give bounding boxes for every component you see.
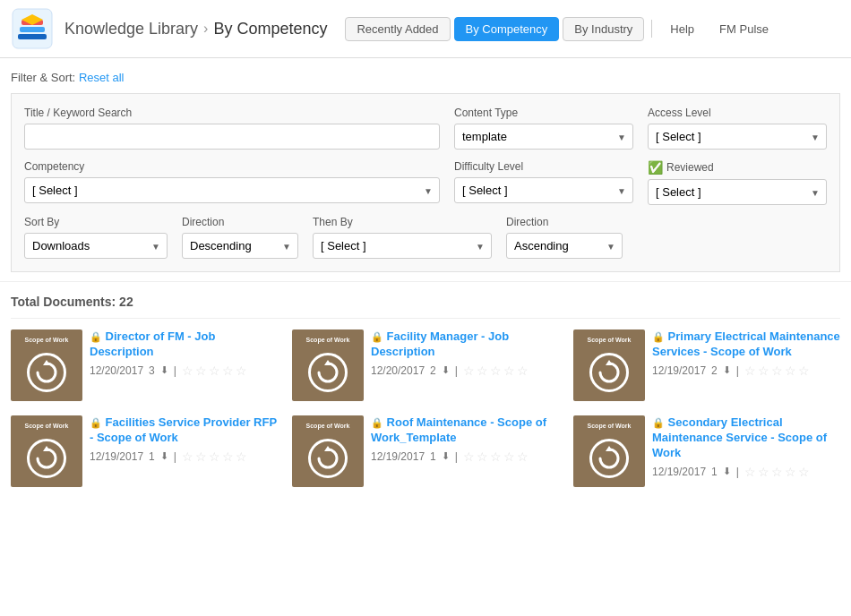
- download-icon-5: ⬇: [442, 450, 450, 462]
- tab-by-competency[interactable]: By Competency: [454, 17, 560, 41]
- star-4[interactable]: ☆: [503, 364, 515, 378]
- app-logo: [11, 7, 54, 50]
- star-3[interactable]: ☆: [771, 364, 783, 378]
- star-1[interactable]: ☆: [744, 364, 756, 378]
- star-4[interactable]: ☆: [222, 449, 234, 464]
- doc-title-5[interactable]: 🔒 Roof Maintenance - Scope of Work_Templ…: [371, 415, 546, 444]
- doc-title-4[interactable]: 🔒 Facilities Service Provider RFP - Scop…: [90, 415, 277, 444]
- star-5[interactable]: ☆: [236, 364, 247, 378]
- meta-divider-6: |: [736, 466, 739, 478]
- competency-wrapper: [ Select ]: [24, 177, 440, 203]
- download-icon-4: ⬇: [160, 450, 168, 462]
- star-2[interactable]: ☆: [758, 364, 769, 378]
- doc-thumb-icon-1: [27, 353, 66, 392]
- doc-thumbnail-6[interactable]: Scope of Work: [573, 415, 645, 487]
- doc-stars-2: ☆☆☆☆☆: [463, 364, 529, 378]
- tab-recently-added[interactable]: Recently Added: [345, 17, 450, 41]
- lock-icon-2: 🔒: [371, 331, 383, 342]
- star-1[interactable]: ☆: [463, 449, 475, 464]
- star-1[interactable]: ☆: [463, 364, 475, 378]
- nav-help[interactable]: Help: [659, 18, 705, 40]
- reviewed-select[interactable]: [ Select ] Yes No: [648, 179, 827, 205]
- lock-icon-1: 🔒: [90, 331, 102, 342]
- doc-thumbnail-3[interactable]: Scope of Work: [573, 329, 645, 401]
- doc-thumbnail-4[interactable]: Scope of Work: [11, 415, 82, 487]
- doc-meta-2: 12/20/2017 2 ⬇ | ☆☆☆☆☆: [371, 364, 559, 378]
- doc-meta-5: 12/19/2017 1 ⬇ | ☆☆☆☆☆: [371, 449, 559, 464]
- meta-divider-5: |: [455, 450, 458, 463]
- doc-item-2: Scope of Work 🔒 Facility Manager - Job D…: [292, 329, 559, 401]
- doc-title-3[interactable]: 🔒 Primary Electrical Maintenance Service…: [652, 329, 840, 358]
- doc-title-2[interactable]: 🔒 Facility Manager - Job Description: [371, 329, 509, 358]
- star-4[interactable]: ☆: [785, 465, 796, 479]
- doc-thumb-label-3: Scope of Work: [573, 335, 645, 346]
- star-1[interactable]: ☆: [744, 465, 756, 479]
- access-level-select[interactable]: [ Select ] Public Members Only: [648, 124, 827, 150]
- star-5[interactable]: ☆: [517, 449, 529, 464]
- refresh-icon-3: [597, 360, 622, 385]
- title-search-input[interactable]: [24, 124, 440, 150]
- sort-by-select[interactable]: Downloads Title Date Added: [24, 233, 168, 259]
- content-type-select[interactable]: template document guide: [454, 124, 633, 150]
- star-2[interactable]: ☆: [195, 449, 207, 464]
- filter-section: Filter & Sort: Reset all Title / Keyword…: [0, 58, 851, 282]
- doc-download-count-1: 3: [149, 364, 155, 377]
- star-2[interactable]: ☆: [195, 364, 207, 378]
- star-5[interactable]: ☆: [236, 449, 247, 464]
- star-3[interactable]: ☆: [209, 449, 220, 464]
- reviewed-wrapper: [ Select ] Yes No: [648, 179, 827, 205]
- doc-thumbnail-1[interactable]: Scope of Work: [11, 329, 82, 401]
- competency-label: Competency: [24, 160, 440, 173]
- doc-info-2: 🔒 Facility Manager - Job Description 12/…: [371, 329, 559, 378]
- reviewed-label: ✅ Reviewed: [648, 160, 827, 175]
- svg-rect-1: [18, 34, 47, 39]
- difficulty-select[interactable]: [ Select ] Beginner Intermediate Advance…: [454, 177, 633, 203]
- filter-row-2: Competency [ Select ] Difficulty Level […: [24, 160, 827, 205]
- filter-row-1: Title / Keyword Search Content Type temp…: [24, 107, 827, 150]
- star-5[interactable]: ☆: [517, 364, 529, 378]
- star-3[interactable]: ☆: [490, 364, 502, 378]
- doc-item-6: Scope of Work 🔒 Secondary Electrical Mai…: [573, 415, 840, 487]
- doc-title-1[interactable]: 🔒 Director of FM - Job Description: [90, 329, 215, 358]
- star-5[interactable]: ☆: [798, 364, 810, 378]
- doc-thumb-label-2: Scope of Work: [292, 335, 364, 346]
- doc-meta-3: 12/19/2017 2 ⬇ | ☆☆☆☆☆: [652, 364, 840, 378]
- star-2[interactable]: ☆: [477, 449, 488, 464]
- star-2[interactable]: ☆: [758, 465, 769, 479]
- filter-group-direction1: Direction Descending Ascending: [182, 216, 298, 259]
- then-by-select[interactable]: [ Select ]: [313, 233, 492, 259]
- access-level-wrapper: [ Select ] Public Members Only: [648, 124, 827, 150]
- star-4[interactable]: ☆: [785, 364, 796, 378]
- filter-group-sort-by: Sort By Downloads Title Date Added: [24, 216, 168, 259]
- star-1[interactable]: ☆: [182, 364, 193, 378]
- doc-info-5: 🔒 Roof Maintenance - Scope of Work_Templ…: [371, 415, 559, 464]
- tab-by-industry[interactable]: By Industry: [563, 17, 644, 41]
- filter-grid: Title / Keyword Search Content Type temp…: [11, 93, 840, 272]
- star-4[interactable]: ☆: [222, 364, 234, 378]
- doc-info-6: 🔒 Secondary Electrical Maintenance Servi…: [652, 415, 840, 479]
- star-3[interactable]: ☆: [771, 465, 783, 479]
- doc-thumbnail-5[interactable]: Scope of Work: [292, 415, 364, 487]
- refresh-icon-4: [34, 446, 59, 471]
- competency-select[interactable]: [ Select ]: [24, 177, 440, 203]
- doc-stars-4: ☆☆☆☆☆: [182, 449, 247, 464]
- breadcrumb-parent[interactable]: Knowledge Library: [64, 20, 198, 38]
- doc-thumb-label-1: Scope of Work: [11, 335, 82, 346]
- then-by-wrapper: [ Select ]: [313, 233, 492, 259]
- doc-thumbnail-2[interactable]: Scope of Work: [292, 329, 364, 401]
- breadcrumb-separator: ›: [203, 21, 208, 37]
- direction2-select[interactable]: Ascending Descending: [506, 233, 623, 259]
- doc-title-6[interactable]: 🔒 Secondary Electrical Maintenance Servi…: [652, 415, 827, 459]
- star-1[interactable]: ☆: [182, 449, 193, 464]
- direction1-select[interactable]: Descending Ascending: [182, 233, 298, 259]
- filter-group-difficulty: Difficulty Level [ Select ] Beginner Int…: [454, 160, 633, 205]
- star-2[interactable]: ☆: [477, 364, 488, 378]
- star-3[interactable]: ☆: [490, 449, 502, 464]
- nav-fm-pulse[interactable]: FM Pulse: [709, 18, 779, 40]
- doc-download-count-6: 1: [711, 466, 718, 478]
- reset-all-link[interactable]: Reset all: [79, 71, 125, 84]
- star-4[interactable]: ☆: [503, 449, 515, 464]
- lock-icon-5: 🔒: [371, 417, 383, 428]
- star-3[interactable]: ☆: [209, 364, 220, 378]
- star-5[interactable]: ☆: [798, 465, 810, 479]
